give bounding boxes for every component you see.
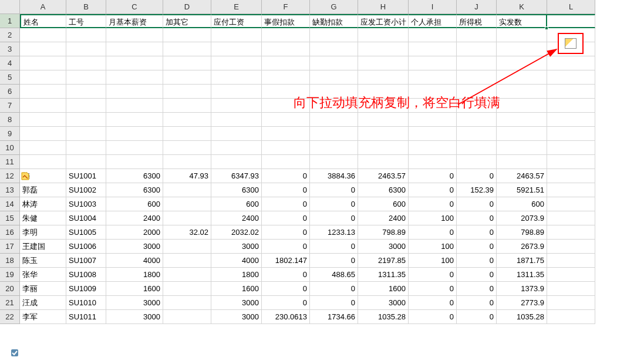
row-header-20[interactable]: 20 xyxy=(0,282,20,296)
row-header-13[interactable]: 13 xyxy=(0,183,20,197)
cell-L11[interactable] xyxy=(547,155,595,169)
cell-A10[interactable] xyxy=(20,141,66,155)
cell-I19[interactable]: 0 xyxy=(409,268,457,282)
cell-G4[interactable] xyxy=(310,56,358,70)
cell-I21[interactable]: 0 xyxy=(409,296,457,310)
cell-E1[interactable]: 应付工资 xyxy=(211,14,262,28)
cell-H22[interactable]: 1035.28 xyxy=(358,310,409,324)
cell-L14[interactable] xyxy=(547,197,595,211)
cell-C6[interactable] xyxy=(106,85,163,99)
cell-D3[interactable] xyxy=(163,42,211,56)
cell-C8[interactable] xyxy=(106,113,163,127)
cell-G18[interactable]: 0 xyxy=(310,254,358,268)
cell-I3[interactable] xyxy=(409,42,457,56)
cell-D22[interactable] xyxy=(163,310,211,324)
cell-K22[interactable]: 1035.28 xyxy=(497,310,547,324)
cell-E21[interactable]: 3000 xyxy=(211,296,262,310)
cell-H10[interactable] xyxy=(358,141,409,155)
cell-F15[interactable]: 0 xyxy=(262,211,310,225)
cell-I5[interactable] xyxy=(409,70,457,85)
cell-L4[interactable] xyxy=(547,56,595,70)
cell-I1[interactable]: 个人承担 xyxy=(409,14,457,28)
cell-L19[interactable] xyxy=(547,268,595,282)
row-header-10[interactable]: 10 xyxy=(0,141,20,155)
cell-L8[interactable] xyxy=(547,113,595,127)
cell-D7[interactable] xyxy=(163,99,211,113)
col-header-E[interactable]: E xyxy=(211,0,262,14)
cell-A21[interactable]: 汪成 xyxy=(20,296,66,310)
cell-F11[interactable] xyxy=(262,155,310,169)
row-header-15[interactable]: 15 xyxy=(0,211,20,225)
cell-F12[interactable]: 0 xyxy=(262,169,310,183)
cell-D5[interactable] xyxy=(163,70,211,85)
cell-D8[interactable] xyxy=(163,113,211,127)
cell-A17[interactable]: 王建国 xyxy=(20,240,66,254)
cell-G14[interactable]: 0 xyxy=(310,197,358,211)
cell-I14[interactable]: 0 xyxy=(409,197,457,211)
cell-J15[interactable]: 0 xyxy=(457,211,497,225)
cell-C15[interactable]: 2400 xyxy=(106,211,163,225)
cell-B17[interactable]: SU1006 xyxy=(66,240,106,254)
cell-C18[interactable]: 4000 xyxy=(106,254,163,268)
cell-J3[interactable] xyxy=(457,42,497,56)
cell-L16[interactable] xyxy=(547,225,595,240)
cell-D18[interactable] xyxy=(163,254,211,268)
cell-J18[interactable]: 0 xyxy=(457,254,497,268)
cell-A3[interactable] xyxy=(20,42,66,56)
cell-H11[interactable] xyxy=(358,155,409,169)
cell-H4[interactable] xyxy=(358,56,409,70)
cell-F20[interactable]: 0 xyxy=(262,282,310,296)
cell-E18[interactable]: 4000 xyxy=(211,254,262,268)
cell-L21[interactable] xyxy=(547,296,595,310)
cell-I18[interactable]: 100 xyxy=(409,254,457,268)
row-header-14[interactable]: 14 xyxy=(0,197,20,211)
cell-A13[interactable]: 郭磊 xyxy=(20,183,66,197)
cell-L17[interactable] xyxy=(547,240,595,254)
cell-F9[interactable] xyxy=(262,127,310,141)
cell-F8[interactable] xyxy=(262,113,310,127)
cell-C12[interactable]: 6300 xyxy=(106,169,163,183)
cell-A7[interactable] xyxy=(20,99,66,113)
cell-B7[interactable] xyxy=(66,99,106,113)
cell-D17[interactable] xyxy=(163,240,211,254)
cell-F10[interactable] xyxy=(262,141,310,155)
cell-C21[interactable]: 3000 xyxy=(106,296,163,310)
cell-K13[interactable]: 5921.51 xyxy=(497,183,547,197)
cell-J9[interactable] xyxy=(457,127,497,141)
cell-D14[interactable] xyxy=(163,197,211,211)
cell-A16[interactable]: 李明 xyxy=(20,225,66,240)
cell-K12[interactable]: 2463.57 xyxy=(497,169,547,183)
row-header-16[interactable]: 16 xyxy=(0,225,20,240)
cell-A14[interactable]: 林涛 xyxy=(20,197,66,211)
cell-H21[interactable]: 3000 xyxy=(358,296,409,310)
cell-G3[interactable] xyxy=(310,42,358,56)
cell-A15[interactable]: 朱健 xyxy=(20,211,66,225)
cell-J22[interactable]: 0 xyxy=(457,310,497,324)
cell-K1[interactable]: 实发数 xyxy=(497,14,547,28)
cell-J4[interactable] xyxy=(457,56,497,70)
cell-K16[interactable]: 798.89 xyxy=(497,225,547,240)
cell-B11[interactable] xyxy=(66,155,106,169)
cell-C10[interactable] xyxy=(106,141,163,155)
cell-I17[interactable]: 100 xyxy=(409,240,457,254)
cell-A5[interactable] xyxy=(20,70,66,85)
cell-B21[interactable]: SU1010 xyxy=(66,296,106,310)
cell-C13[interactable]: 6300 xyxy=(106,183,163,197)
cell-E20[interactable]: 1600 xyxy=(211,282,262,296)
cell-K20[interactable]: 1373.9 xyxy=(497,282,547,296)
cell-H3[interactable] xyxy=(358,42,409,56)
cell-L7[interactable] xyxy=(547,99,595,113)
cell-K15[interactable]: 2073.9 xyxy=(497,211,547,225)
cell-F13[interactable]: 0 xyxy=(262,183,310,197)
cell-G11[interactable] xyxy=(310,155,358,169)
cell-B4[interactable] xyxy=(66,56,106,70)
cell-F3[interactable] xyxy=(262,42,310,56)
cell-K10[interactable] xyxy=(497,141,547,155)
cell-H16[interactable]: 798.89 xyxy=(358,225,409,240)
cell-E17[interactable]: 3000 xyxy=(211,240,262,254)
cell-K18[interactable]: 1871.75 xyxy=(497,254,547,268)
cell-J10[interactable] xyxy=(457,141,497,155)
cell-C1[interactable]: 月基本薪资 xyxy=(106,14,163,28)
cell-C16[interactable]: 2000 xyxy=(106,225,163,240)
cell-E12[interactable]: 6347.93 xyxy=(211,169,262,183)
